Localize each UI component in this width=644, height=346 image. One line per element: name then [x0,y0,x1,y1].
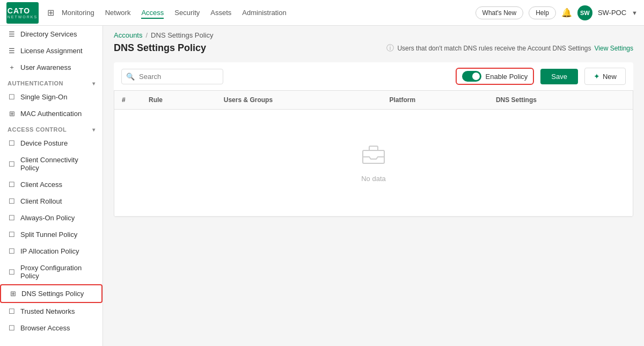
sidebar-item-label: Split Tunnel Policy [20,230,77,239]
info-icon: ⓘ [386,44,394,53]
nav-network[interactable]: Network [105,6,131,19]
search-input[interactable] [121,69,223,84]
table-container: 🔍 Enable Policy Save ✦ New [114,62,633,217]
client-access-icon: ☐ [8,181,16,189]
sidebar-item-dns-settings-policy[interactable]: ⊞ DNS Settings Policy [0,284,103,303]
col-rule: Rule [141,91,216,110]
breadcrumb: Accounts / DNS Settings Policy [103,26,644,42]
bell-icon[interactable]: 🔔 [561,8,572,18]
nav-security[interactable]: Security [174,6,200,19]
chevron-down-icon: ▾ [92,127,96,133]
plus-icon: ✦ [594,72,600,81]
page-content: DNS Settings Policy ⓘ Users that don't m… [103,42,644,346]
ip-allocation-icon: ☐ [8,247,16,255]
sidebar-item-trusted-networks[interactable]: ☐ Trusted Networks [0,303,103,320]
sidebar-item-mac-authentication[interactable]: ⊞ MAC Authentication [0,105,103,122]
help-button[interactable]: Help [529,6,556,19]
sidebar-item-label: Client Rollout [20,197,62,205]
sidebar-item-label: Proxy Configuration Policy [20,264,95,280]
sidebar-item-label: Client Connectivity Policy [20,156,95,172]
no-data-cell: No data [114,110,633,217]
enable-policy-container: Enable Policy [456,68,535,85]
breadcrumb-current: DNS Settings Policy [151,31,213,39]
client-connectivity-icon: ☐ [8,160,16,168]
sidebar-item-label: Client Access [20,181,62,189]
new-button[interactable]: ✦ New [584,68,626,85]
sidebar-item-single-sign-on[interactable]: ☐ Single Sign-On [0,89,103,105]
breadcrumb-separator: / [145,31,148,39]
col-dns-settings: DNS Settings [488,91,633,110]
table-header-row: # Rule Users & Groups Platform DNS Setti… [114,91,633,110]
license-assignment-icon: ☰ [8,47,16,55]
sidebar: ☰ Directory Services ☰ License Assignmen… [0,26,103,346]
sidebar-item-always-on-policy[interactable]: ☐ Always-On Policy [0,210,103,226]
nav-assets[interactable]: Assets [210,6,231,19]
body-wrap: ☰ Directory Services ☰ License Assignmen… [0,26,644,346]
logo: CATO NETWORKS [6,2,39,24]
sidebar-item-label: Browser Access [20,324,70,332]
empty-inbox-icon [361,143,386,169]
sidebar-item-ip-allocation-policy[interactable]: ☐ IP Allocation Policy [0,243,103,260]
sidebar-item-label: Device Posture [20,139,68,147]
split-tunnel-icon: ☐ [8,230,16,239]
sso-icon: ☐ [8,93,16,101]
page-title: DNS Settings Policy [114,42,206,54]
nav-items: Monitoring Network Access Security Asset… [62,6,475,19]
page-info-text: Users that don't match DNS rules receive… [397,45,591,52]
logo-sub: NETWORKS [8,15,38,19]
browser-access-icon: ☐ [8,324,16,332]
sidebar-item-label: Directory Services [20,30,77,38]
grid-icon[interactable]: ⊞ [47,8,54,18]
sidebar-item-label: Always-On Policy [20,214,75,222]
enable-policy-toggle[interactable] [462,71,481,82]
search-icon: 🔍 [126,73,135,81]
no-data-text: No data [361,175,386,183]
search-wrap: 🔍 [121,69,223,84]
trusted-networks-icon: ☐ [8,307,16,315]
section-access-control: ACCESS CONTROL ▾ [0,122,103,135]
mac-auth-icon: ⊞ [8,110,16,118]
sidebar-item-device-posture[interactable]: ☐ Device Posture [0,135,103,152]
logo-text: CATO [8,7,38,15]
sidebar-item-split-tunnel-policy[interactable]: ☐ Split Tunnel Policy [0,226,103,243]
new-button-label: New [603,73,617,81]
sidebar-item-label: MAC Authentication [20,110,82,118]
device-posture-icon: ☐ [8,139,16,147]
nav-access[interactable]: Access [141,6,164,19]
view-settings-link[interactable]: View Settings [595,45,634,52]
breadcrumb-accounts[interactable]: Accounts [114,31,142,39]
nav-monitoring[interactable]: Monitoring [62,6,94,19]
sidebar-item-proxy-configuration-policy[interactable]: ☐ Proxy Configuration Policy [0,260,103,284]
chevron-down-icon[interactable]: ▼ [632,10,638,16]
sidebar-item-license-assignment[interactable]: ☰ License Assignment [0,42,103,59]
col-users-groups: Users & Groups [216,91,382,110]
sidebar-item-browser-access[interactable]: ☐ Browser Access [0,320,103,336]
save-button[interactable]: Save [540,69,578,84]
sidebar-item-label: IP Allocation Policy [20,247,79,255]
directory-services-icon: ☰ [8,30,16,38]
sidebar-item-label: DNS Settings Policy [21,290,84,298]
section-authentication: AUTHENTICATION ▾ [0,76,103,89]
page-header: DNS Settings Policy ⓘ Users that don't m… [114,42,633,54]
proxy-config-icon: ☐ [8,268,16,276]
user-awareness-icon: + [8,63,16,71]
chevron-down-icon: ▾ [92,81,96,86]
nav-administration[interactable]: Administration [242,6,286,19]
no-data-wrap: No data [122,116,625,210]
sidebar-item-client-rollout[interactable]: ☐ Client Rollout [0,193,103,210]
top-navigation: CATO NETWORKS ⊞ Monitoring Network Acces… [0,0,644,26]
main-content: Accounts / DNS Settings Policy DNS Setti… [103,26,644,346]
sidebar-item-user-awareness[interactable]: + User Awareness [0,59,103,76]
toggle-slider [462,71,481,82]
client-rollout-icon: ☐ [8,197,16,205]
sidebar-item-label: User Awareness [20,63,71,71]
table-wrap: # Rule Users & Groups Platform DNS Setti… [114,91,633,217]
user-name: SW-POC [598,9,626,17]
sidebar-item-directory-services[interactable]: ☰ Directory Services [0,26,103,42]
sidebar-item-client-access[interactable]: ☐ Client Access [0,176,103,193]
sidebar-item-client-connectivity-policy[interactable]: ☐ Client Connectivity Policy [0,152,103,176]
always-on-icon: ☐ [8,214,16,222]
whats-new-button[interactable]: What's New [475,6,524,19]
sidebar-item-label: License Assignment [20,47,83,55]
data-table: # Rule Users & Groups Platform DNS Setti… [114,91,633,217]
